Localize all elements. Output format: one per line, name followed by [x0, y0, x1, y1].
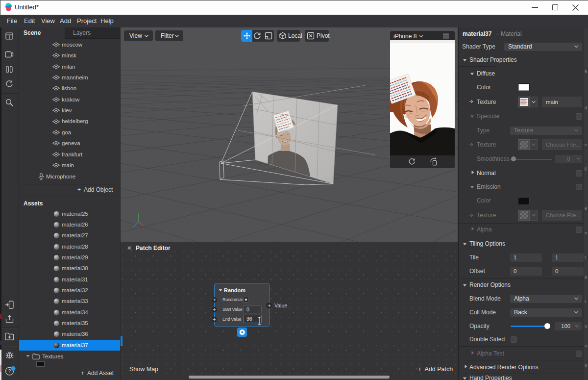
svg-text:?: ?: [8, 369, 11, 374]
